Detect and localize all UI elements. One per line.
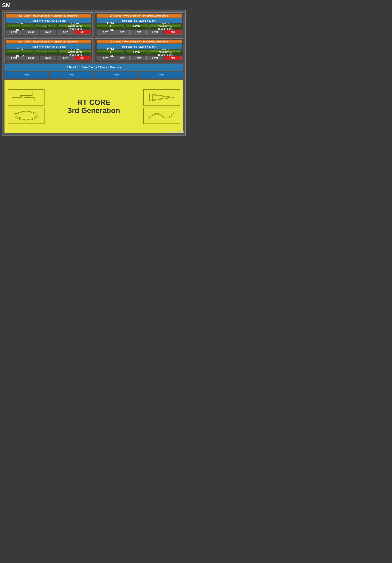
grid-cell xyxy=(137,27,148,28)
grid-cell xyxy=(150,52,160,52)
tensor-block-4: ADA 4thGENERATIONTENSOR CORE xyxy=(149,50,182,54)
svg-line-3 xyxy=(17,96,26,97)
grid-cell xyxy=(70,53,80,54)
grid-cell xyxy=(36,52,46,52)
grid-cell xyxy=(7,25,20,25)
svg-rect-0 xyxy=(20,92,32,96)
grid-cell xyxy=(59,27,69,28)
grid-cell xyxy=(126,51,137,51)
grid-cell xyxy=(20,26,33,26)
grid-cell xyxy=(111,26,124,26)
svg-rect-1 xyxy=(12,97,22,101)
ldst-btn-1: LD/ST xyxy=(6,30,23,35)
tex-btn-1: Tex xyxy=(4,72,48,78)
watermark: 知乎 @王尔德鲁 xyxy=(166,130,184,134)
rt-core-area: RT CORE 3rd Generation xyxy=(4,80,183,133)
grid-cell xyxy=(160,25,170,25)
grid-cell xyxy=(80,26,91,26)
grid-cell xyxy=(171,52,181,52)
register-file-bar-4: Register File (16,384 x 32-bit) xyxy=(97,44,182,49)
grid-cell xyxy=(59,53,69,54)
compute-area-2: FP32/INT32 FP32 ADA 4thGENER xyxy=(97,24,182,29)
grid-cell xyxy=(47,27,57,28)
tensor-block-1: ADA 4thGENERATIONTENSOR CORE xyxy=(59,24,91,29)
grid-cell xyxy=(97,25,110,25)
grid-cell xyxy=(59,26,69,26)
fp32-block-2: FP32 xyxy=(125,24,148,29)
register-file-bar-1: Register File (16,384 x 32-bit) xyxy=(6,18,91,23)
grid-cell xyxy=(160,26,170,27)
ldst-btn-10: LD/ST xyxy=(23,56,39,60)
rt-diagram-box-1 xyxy=(8,89,44,105)
register-file-bar-2: Register File (16,384 x 32-bit) xyxy=(97,18,182,23)
grid-cell xyxy=(126,25,137,25)
fp32-block-1: FP32 xyxy=(35,24,58,29)
svg-line-7 xyxy=(14,117,22,118)
grid-cell xyxy=(126,52,137,52)
grid-cell xyxy=(80,27,91,28)
warp-scheduler-bar-4: L0 i-Cache + Warp Scheduler + Dispatch (… xyxy=(97,40,182,43)
grid-cell xyxy=(97,26,110,27)
grid-cell xyxy=(111,52,124,53)
grid-cell xyxy=(7,53,20,54)
grid-cell xyxy=(36,51,46,51)
ldst-btn-12: LD/ST xyxy=(57,56,73,60)
grid-cell xyxy=(47,53,57,54)
rt-core-text: RT CORE 3rd Generation xyxy=(49,98,139,115)
tex-btn-4: Tex xyxy=(140,72,183,78)
grid-cell xyxy=(137,52,148,53)
grid-cell xyxy=(160,52,170,53)
tensor-label-1: ADA 4thGENERATIONTENSOR CORE xyxy=(67,22,82,30)
grid-cell xyxy=(70,52,80,53)
sfu-btn-2: SFU xyxy=(164,30,182,35)
grid-cell xyxy=(7,51,20,51)
ldst-btn-5: LD/ST xyxy=(97,30,113,35)
grid-cell xyxy=(126,26,137,26)
fp32-block-4: FP32 xyxy=(125,50,148,54)
quadrant-2: L0 i-Cache + Warp Scheduler + Dispatch (… xyxy=(95,12,183,36)
ldst-btn-3: LD/ST xyxy=(40,30,56,35)
ldst-btn-6: LD/ST xyxy=(114,30,130,35)
grid-cell xyxy=(70,52,80,52)
grid-cell xyxy=(59,51,69,51)
grid-cell xyxy=(70,25,80,25)
grid-cell xyxy=(126,27,137,28)
grid-cell xyxy=(137,25,148,25)
compute-area-1: FP32/INT32 FP32 ADA 4thGENER xyxy=(6,24,91,29)
grid-cell xyxy=(97,52,110,53)
grid-cell xyxy=(126,52,137,53)
tensor-label-3: ADA 4thGENERATIONTENSOR CORE xyxy=(67,48,82,56)
grid-cell xyxy=(137,53,148,54)
grid-cell xyxy=(59,52,69,53)
grid-cell xyxy=(171,51,181,51)
grid-cell xyxy=(150,26,160,27)
grid-cell xyxy=(59,25,69,25)
grid-cell xyxy=(7,26,20,26)
grid-cell xyxy=(80,25,91,25)
tex-btn-2: Tex xyxy=(50,72,93,78)
grid-cell xyxy=(47,26,57,27)
bottom-row-4: LD/ST LD/ST LD/ST LD/ST SFU xyxy=(97,56,182,60)
grid-cell xyxy=(171,25,181,25)
grid-cell xyxy=(36,25,46,25)
fp32-int32-block-2: FP32/INT32 xyxy=(97,24,124,29)
grid-cell xyxy=(150,52,160,53)
grid-cell xyxy=(97,51,110,51)
sfu-btn-1: SFU xyxy=(74,30,91,35)
grid-cell xyxy=(160,53,170,54)
grid-cell xyxy=(126,26,137,27)
grid-cell xyxy=(80,53,91,54)
ldst-btn-13: LD/ST xyxy=(97,56,113,60)
grid-cell xyxy=(7,27,20,28)
bottom-row-2: LD/ST LD/ST LD/ST LD/ST SFU xyxy=(97,30,182,35)
grid-cell xyxy=(111,52,124,52)
grid-cell xyxy=(80,51,91,51)
grid-cell xyxy=(80,52,91,52)
fp32-block-3: FP32 xyxy=(35,50,58,54)
grid-cell xyxy=(171,53,181,54)
svg-point-5 xyxy=(15,111,37,120)
grid-cell xyxy=(20,26,33,27)
grid-cell xyxy=(7,52,20,53)
grid-cell xyxy=(171,52,181,53)
bottom-row-3: LD/ST LD/ST LD/ST LD/ST SFU xyxy=(6,56,91,60)
